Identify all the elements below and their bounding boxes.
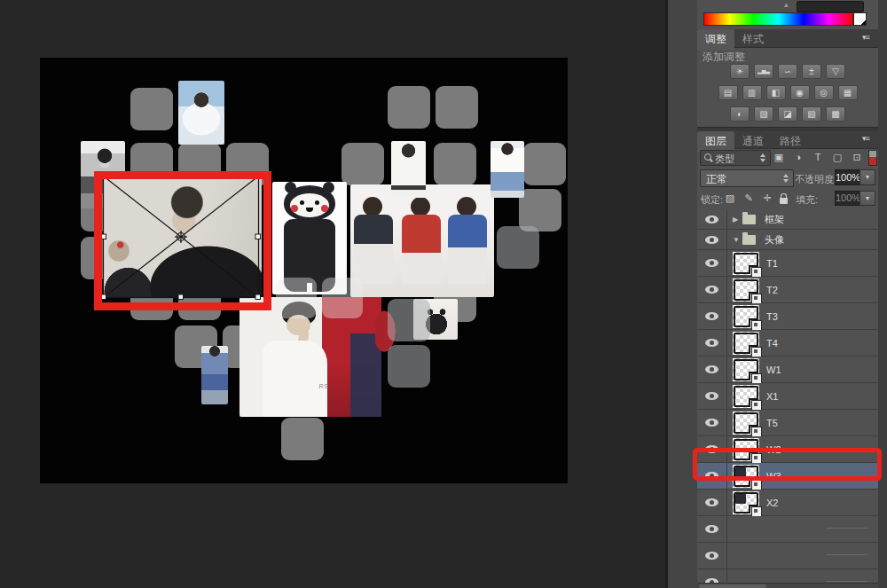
pixel-layer-filter-icon[interactable]: ▣ <box>772 150 786 164</box>
layer-thumbnail[interactable] <box>733 305 759 328</box>
layer-row-body[interactable]: W1 <box>727 357 878 382</box>
layer-row[interactable]: X1 <box>697 383 878 410</box>
layer-row-body[interactable]: T4 <box>727 330 878 356</box>
tab-styles[interactable]: 样式 <box>734 29 772 51</box>
expand-arrow-icon[interactable]: ▶ <box>733 216 742 223</box>
eye-icon[interactable] <box>705 525 718 533</box>
eye-icon[interactable] <box>705 216 718 223</box>
layer-row[interactable]: X2 <box>697 490 878 516</box>
white-swatch[interactable] <box>853 12 867 26</box>
posterize-icon[interactable]: ▨ <box>754 106 773 122</box>
layer-thumbnail[interactable] <box>733 278 759 302</box>
shape-layer-filter-icon[interactable]: ▢ <box>830 150 844 164</box>
eye-icon[interactable] <box>705 419 718 427</box>
layer-row-body[interactable]: ▶框架 <box>727 209 878 229</box>
scrollbar-thumb[interactable] <box>699 584 766 588</box>
layer-name[interactable]: T2 <box>766 285 778 295</box>
selective-color-icon[interactable]: ▧ <box>802 106 821 122</box>
smart-object-filter-icon[interactable]: ⊡ <box>850 150 864 164</box>
layer-row[interactable]: T5 <box>697 410 878 436</box>
layer-name[interactable]: T4 <box>766 338 778 349</box>
black-and-white-icon[interactable]: ◧ <box>766 85 786 100</box>
layer-name[interactable]: 头像 <box>765 233 784 247</box>
vibrance-icon[interactable]: ▽ <box>826 64 845 79</box>
layer-name[interactable]: T1 <box>766 258 778 269</box>
eye-icon[interactable] <box>705 312 718 320</box>
layer-row[interactable]: T4 <box>697 330 878 357</box>
invert-icon[interactable]: ◐ <box>730 106 750 122</box>
layer-row-body[interactable]: T1 <box>727 250 878 276</box>
lock-image-pixels-icon[interactable]: ✎ <box>742 191 755 205</box>
layer-row-body[interactable] <box>727 516 878 542</box>
exposure-icon[interactable]: ± <box>802 64 821 79</box>
eye-icon[interactable] <box>705 236 718 244</box>
blend-mode-dropdown[interactable]: 正常 <box>700 169 794 187</box>
layer-name[interactable]: W1 <box>766 365 781 375</box>
lock-all-icon[interactable] <box>780 198 788 204</box>
eye-icon[interactable] <box>705 498 718 506</box>
kind-filter-dropdown[interactable]: 类型 <box>700 150 771 166</box>
gradient-map-icon[interactable]: ▩ <box>826 106 845 122</box>
layer-row-body[interactable]: ▼头像 <box>727 230 878 249</box>
fill-value[interactable]: 100% <box>835 191 860 206</box>
layer-row[interactable]: T2 <box>697 277 878 303</box>
layer-row[interactable]: W1 <box>697 357 878 383</box>
opacity-dropdown-button[interactable]: ▾ <box>860 169 875 185</box>
layer-row-body[interactable]: X2 <box>727 490 878 515</box>
layer-thumbnail[interactable] <box>733 385 759 408</box>
eye-icon[interactable] <box>705 339 718 347</box>
layer-row-body[interactable]: T5 <box>727 410 878 435</box>
collapse-arrow-icon[interactable]: ▼ <box>733 236 742 244</box>
hue-saturation-icon[interactable]: ▤ <box>718 85 738 100</box>
adjustment-layer-filter-icon[interactable]: ◑ <box>791 150 805 164</box>
lock-position-icon[interactable]: ✛ <box>761 191 773 205</box>
layer-row-body[interactable]: X1 <box>727 383 878 409</box>
layer-group-row[interactable]: ▼头像 <box>697 230 878 250</box>
color-ramp[interactable] <box>703 12 853 26</box>
color-value-field[interactable] <box>797 1 864 12</box>
color-lookup-icon[interactable]: ▦ <box>838 85 858 100</box>
tfboys-photo[interactable] <box>350 184 494 297</box>
layer-thumbnail[interactable] <box>733 412 759 435</box>
layer-thumbnail[interactable] <box>733 252 759 275</box>
layer-thumbnail[interactable] <box>733 332 759 355</box>
layer-row[interactable]: T1 <box>697 250 878 277</box>
eye-icon[interactable] <box>705 286 718 294</box>
opacity-value[interactable]: 100% <box>835 169 860 185</box>
layer-row[interactable]: T3 <box>697 303 878 330</box>
eye-icon[interactable] <box>705 259 718 267</box>
tab-adjustments[interactable]: 调整 <box>697 29 734 51</box>
photo-filter-icon[interactable]: ◉ <box>790 85 810 100</box>
empty-layer-row[interactable] <box>697 543 878 569</box>
type-layer-filter-icon[interactable]: T <box>811 150 825 164</box>
layer-row-body[interactable] <box>727 543 878 568</box>
brightness-contrast-icon[interactable]: ☀ <box>730 64 750 79</box>
layer-thumbnail[interactable] <box>733 491 759 514</box>
canvas[interactable]: RS <box>40 58 568 483</box>
fill-dropdown-button[interactable]: ▾ <box>860 191 875 206</box>
boy-sky-photo[interactable] <box>178 81 224 145</box>
curves-icon[interactable]: ∽ <box>778 64 797 79</box>
eye-icon[interactable] <box>705 552 718 560</box>
layer-name[interactable]: 框架 <box>765 213 784 226</box>
layer-group-row[interactable]: ▶框架 <box>697 209 878 230</box>
empty-layer-row[interactable] <box>697 516 878 543</box>
boy-blue-photo[interactable] <box>201 346 228 404</box>
panel-menu-icon[interactable]: ▾≡ <box>862 134 869 143</box>
channel-mixer-icon[interactable]: ◎ <box>814 85 834 100</box>
threshold-icon[interactable]: ◪ <box>778 106 797 122</box>
layer-name[interactable]: T3 <box>766 311 778 322</box>
eye-icon[interactable] <box>705 365 718 373</box>
eye-icon[interactable] <box>705 392 718 400</box>
levels-icon[interactable]: ▂▅▃ <box>754 64 773 79</box>
layer-name[interactable]: X2 <box>766 498 778 508</box>
color-balance-icon[interactable]: ▥ <box>742 85 762 100</box>
boy-standing-photo[interactable] <box>491 141 524 198</box>
layer-name[interactable]: T5 <box>766 418 778 428</box>
panel-menu-icon[interactable]: ▾≡ <box>862 33 869 42</box>
layer-row-body[interactable]: T2 <box>727 277 878 302</box>
boy-white-photo[interactable] <box>391 141 426 198</box>
layer-name[interactable]: X1 <box>766 391 778 402</box>
layer-thumbnail[interactable] <box>733 358 759 381</box>
layer-row-body[interactable]: T3 <box>727 303 878 329</box>
